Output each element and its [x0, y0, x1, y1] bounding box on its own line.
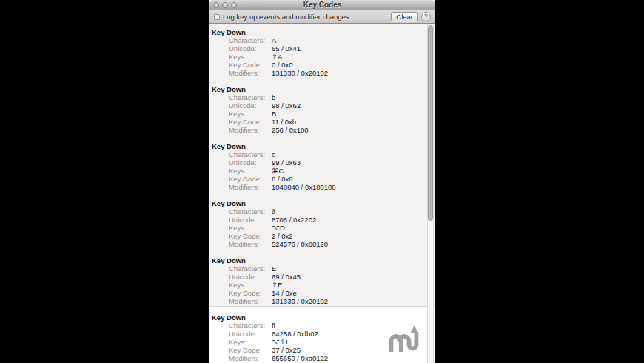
- field-value: 8706 / 0x2202: [272, 216, 425, 224]
- field-value: ⌥D: [272, 224, 425, 232]
- event-type-label: Key Down: [212, 28, 425, 36]
- field-label: Key Code:: [229, 175, 272, 183]
- field-row: Modifiers:1048840 / 0x100108: [229, 183, 425, 191]
- field-row: Characters:∂: [229, 207, 425, 216]
- field-value: 0 / 0x0: [272, 61, 425, 69]
- field-label: Keys:: [229, 53, 272, 61]
- field-value: 99 / 0x63: [272, 159, 425, 167]
- key-event-entry: Key DownCharacters:cUnicode:99 / 0x63Key…: [212, 142, 425, 191]
- log-keyup-checkbox[interactable]: [214, 14, 220, 20]
- field-value: 14 / 0xe: [272, 289, 425, 297]
- field-label: Characters:: [229, 322, 272, 330]
- field-value: E: [272, 264, 425, 273]
- field-label: Key Code:: [229, 61, 272, 69]
- field-value: 1048840 / 0x100108: [272, 183, 425, 191]
- field-row: Modifiers:256 / 0x100: [229, 126, 425, 134]
- field-row: Key Code:14 / 0xe: [229, 289, 425, 297]
- field-label: Unicode:: [229, 216, 272, 224]
- field-label: Key Code:: [229, 118, 272, 126]
- clear-button[interactable]: Clear: [391, 12, 418, 21]
- log-keyup-checkbox-row[interactable]: Log key up events and modifier changes: [214, 13, 349, 21]
- vertical-scrollbar[interactable]: [427, 24, 434, 363]
- field-label: Unicode:: [229, 101, 272, 110]
- field-value: 2 / 0x2: [272, 232, 425, 240]
- event-type-label: Key Down: [212, 199, 425, 207]
- zoom-button[interactable]: [231, 2, 237, 8]
- field-row: Characters:b: [229, 93, 425, 101]
- log-scroll-area[interactable]: Key DownCharacters:AUnicode:65 / 0x41Key…: [209, 24, 435, 363]
- field-row: Key Code:11 / 0xb: [229, 118, 425, 126]
- field-label: Modifiers:: [229, 297, 272, 305]
- minimize-button[interactable]: [222, 2, 228, 8]
- field-row: Modifiers:524576 / 0x80120: [229, 240, 425, 248]
- field-row: Keys:⌥D: [229, 224, 425, 232]
- field-row: Keys:⇧A: [229, 53, 425, 61]
- field-row: Characters:E: [229, 264, 425, 273]
- field-row: Unicode:69 / 0x45: [229, 273, 425, 281]
- field-row: Characters:c: [229, 150, 425, 159]
- field-label: Unicode:: [229, 44, 272, 53]
- field-value: c: [272, 150, 425, 159]
- field-label: Characters:: [229, 264, 272, 273]
- help-button[interactable]: ?: [421, 12, 431, 21]
- field-label: Keys:: [229, 338, 272, 346]
- field-value: 524576 / 0x80120: [272, 240, 425, 248]
- field-label: Unicode:: [229, 330, 272, 338]
- toolbar-right: Clear ?: [391, 12, 431, 21]
- field-value: ⇧E: [272, 281, 425, 289]
- key-event-entry: Key DownCharacters:EUnicode:69 / 0x45Key…: [212, 256, 425, 305]
- field-row: Unicode:98 / 0x62: [229, 101, 425, 110]
- field-label: Modifiers:: [229, 183, 272, 191]
- field-label: Keys:: [229, 281, 272, 289]
- field-label: Modifiers:: [229, 126, 272, 134]
- desktop-background: { "window": { "title": "Key Codes", "tra…: [0, 0, 644, 363]
- key-event-entry: Key DownCharacters:∂Unicode:8706 / 0x220…: [212, 199, 425, 248]
- field-value: 256 / 0x100: [272, 126, 425, 134]
- field-label: Characters:: [229, 207, 272, 216]
- field-value: 131330 / 0x20102: [272, 69, 425, 77]
- field-value: 98 / 0x62: [272, 101, 425, 110]
- field-row: Key Code:2 / 0x2: [229, 232, 425, 240]
- field-label: Key Code:: [229, 232, 272, 240]
- field-row: Unicode:65 / 0x41: [229, 44, 425, 53]
- field-label: Unicode:: [229, 159, 272, 167]
- field-value: 69 / 0x45: [272, 273, 425, 281]
- field-row: Keys:⇧E: [229, 281, 425, 289]
- field-label: Modifiers:: [229, 354, 272, 362]
- field-row: Unicode:99 / 0x63: [229, 159, 425, 167]
- key-codes-window: Key Codes Log key up events and modifier…: [209, 0, 435, 363]
- field-value: B: [272, 110, 425, 118]
- field-value: 65 / 0x41: [272, 44, 425, 53]
- field-label: Keys:: [229, 110, 272, 118]
- field-label: Characters:: [229, 36, 272, 44]
- field-label: Modifiers:: [229, 69, 272, 77]
- field-row: Modifiers:131330 / 0x20102: [229, 69, 425, 77]
- field-label: Unicode:: [229, 273, 272, 281]
- field-value: 131330 / 0x20102: [272, 297, 425, 305]
- event-type-label: Key Down: [212, 142, 425, 150]
- event-type-label: Key Down: [212, 85, 425, 93]
- field-row: Key Code:8 / 0x8: [229, 175, 425, 183]
- title-bar[interactable]: Key Codes: [209, 0, 435, 10]
- field-row: Key Code:0 / 0x0: [229, 61, 425, 69]
- field-label: Keys:: [229, 224, 272, 232]
- window-title: Key Codes: [303, 0, 342, 10]
- field-label: Characters:: [229, 150, 272, 159]
- field-value: ⌘C: [272, 167, 425, 175]
- field-row: Keys:B: [229, 110, 425, 118]
- field-label: Keys:: [229, 167, 272, 175]
- field-row: Keys:⌘C: [229, 167, 425, 175]
- field-label: Characters:: [229, 93, 272, 101]
- key-event-log: Key DownCharacters:AUnicode:65 / 0x41Key…: [209, 24, 435, 362]
- field-value: ∂: [272, 207, 425, 216]
- toolbar: Log key up events and modifier changes C…: [209, 10, 435, 24]
- scrollbar-thumb[interactable]: [428, 25, 433, 221]
- field-value: ⇧A: [272, 53, 425, 61]
- key-event-entry: Key DownCharacters:bUnicode:98 / 0x62Key…: [212, 85, 425, 134]
- traffic-lights: [213, 2, 237, 8]
- event-type-label: Key Down: [212, 313, 425, 322]
- close-button[interactable]: [213, 2, 219, 8]
- field-row: Modifiers:131330 / 0x20102: [229, 297, 425, 305]
- field-row: Modifiers:655650 / 0xa0122: [229, 354, 425, 362]
- key-event-entry: Key DownCharacters:AUnicode:65 / 0x41Key…: [212, 28, 425, 77]
